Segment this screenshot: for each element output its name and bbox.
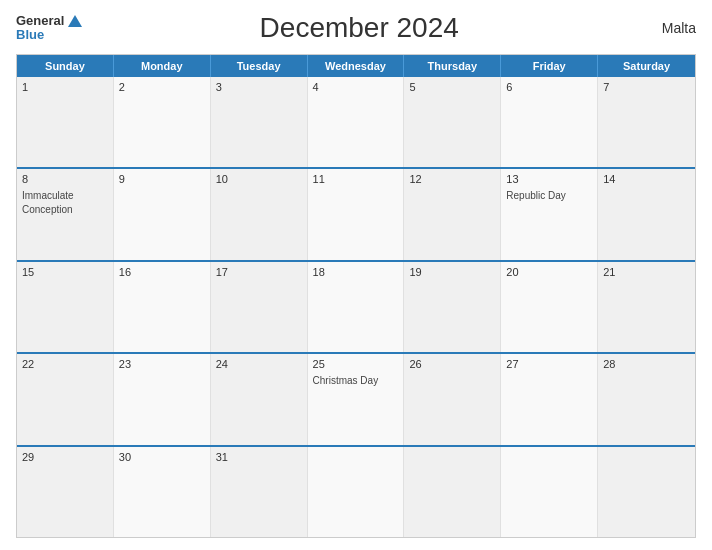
day-cell: 10 — [211, 169, 308, 259]
day-cell: 15 — [17, 262, 114, 352]
header-wednesday: Wednesday — [308, 55, 405, 77]
day-cell: 7 — [598, 77, 695, 167]
day-cell-empty — [404, 447, 501, 537]
day-cell: 25 Christmas Day — [308, 354, 405, 444]
day-cell: 12 — [404, 169, 501, 259]
header-saturday: Saturday — [598, 55, 695, 77]
day-cell: 5 — [404, 77, 501, 167]
calendar-title: December 2024 — [82, 12, 636, 44]
logo: General Blue — [16, 14, 82, 42]
day-cell: 26 — [404, 354, 501, 444]
day-cell: 8 Immaculate Conception — [17, 169, 114, 259]
day-cell: 18 — [308, 262, 405, 352]
header-sunday: Sunday — [17, 55, 114, 77]
page-header: General Blue December 2024 Malta — [16, 12, 696, 44]
day-cell: 4 — [308, 77, 405, 167]
day-cell: 6 — [501, 77, 598, 167]
week-row-2: 8 Immaculate Conception 9 10 11 12 13 Re… — [17, 167, 695, 259]
day-cell: 22 — [17, 354, 114, 444]
day-cell: 31 — [211, 447, 308, 537]
day-cell: 29 — [17, 447, 114, 537]
day-cell: 14 — [598, 169, 695, 259]
day-cell: 28 — [598, 354, 695, 444]
calendar-grid: Sunday Monday Tuesday Wednesday Thursday… — [16, 54, 696, 538]
day-cell: 11 — [308, 169, 405, 259]
day-cell: 1 — [17, 77, 114, 167]
day-cell: 21 — [598, 262, 695, 352]
header-thursday: Thursday — [404, 55, 501, 77]
weeks-container: 1 2 3 4 5 6 7 8 Immaculate Conception 9 … — [17, 77, 695, 537]
week-row-5: 29 30 31 — [17, 445, 695, 537]
day-cell: 19 — [404, 262, 501, 352]
week-row-1: 1 2 3 4 5 6 7 — [17, 77, 695, 167]
day-cell-empty — [501, 447, 598, 537]
day-cell: 30 — [114, 447, 211, 537]
day-cell: 16 — [114, 262, 211, 352]
day-cell: 27 — [501, 354, 598, 444]
week-row-4: 22 23 24 25 Christmas Day 26 27 28 — [17, 352, 695, 444]
calendar-page: General Blue December 2024 Malta Sunday … — [0, 0, 712, 550]
day-cell: 13 Republic Day — [501, 169, 598, 259]
day-cell-empty — [308, 447, 405, 537]
day-headers-row: Sunday Monday Tuesday Wednesday Thursday… — [17, 55, 695, 77]
header-friday: Friday — [501, 55, 598, 77]
day-cell: 20 — [501, 262, 598, 352]
day-cell: 24 — [211, 354, 308, 444]
day-cell: 2 — [114, 77, 211, 167]
header-monday: Monday — [114, 55, 211, 77]
day-cell: 23 — [114, 354, 211, 444]
day-cell: 9 — [114, 169, 211, 259]
day-cell-empty — [598, 447, 695, 537]
country-label: Malta — [636, 20, 696, 36]
day-cell: 17 — [211, 262, 308, 352]
header-tuesday: Tuesday — [211, 55, 308, 77]
day-cell: 3 — [211, 77, 308, 167]
week-row-3: 15 16 17 18 19 20 21 — [17, 260, 695, 352]
